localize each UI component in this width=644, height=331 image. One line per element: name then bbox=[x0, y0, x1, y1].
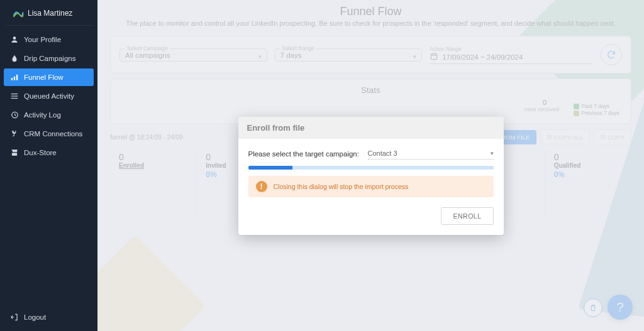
user-icon bbox=[10, 35, 19, 44]
select-value: Contact 3 bbox=[368, 149, 397, 157]
logout-icon bbox=[10, 313, 19, 322]
dialog-title: Enroll from file bbox=[238, 117, 504, 139]
enroll-dialog: Enroll from file Please select the targe… bbox=[238, 117, 504, 235]
warning-banner: ! Closing this dialog will stop the impo… bbox=[248, 176, 494, 197]
dialog-row: Please select the target campaign: Conta… bbox=[248, 148, 494, 160]
list-icon bbox=[10, 92, 19, 100]
warning-icon: ! bbox=[256, 181, 267, 192]
svg-rect-4 bbox=[11, 94, 18, 94]
sidebar-item-store[interactable]: Dux-Store bbox=[4, 144, 94, 161]
dialog-body: Please select the target campaign: Conta… bbox=[238, 139, 504, 200]
sidebar-item-crm[interactable]: CRM Connections bbox=[4, 125, 94, 143]
svg-point-0 bbox=[13, 36, 16, 40]
warning-text: Closing this dialog will stop the import… bbox=[274, 183, 409, 190]
sidebar: Lisa Martinez Your Profile Drip Campaign… bbox=[0, 0, 97, 331]
main: Funnel Flow The place to monitor and con… bbox=[97, 0, 644, 331]
target-campaign-select[interactable]: Contact 3 ▾ bbox=[368, 148, 494, 160]
modal-overlay[interactable]: Enroll from file Please select the targe… bbox=[97, 0, 644, 331]
sidebar-item-label: Activity Log bbox=[24, 111, 61, 119]
chevron-down-icon: ▾ bbox=[491, 150, 494, 156]
progress-bar bbox=[248, 166, 292, 170]
sidebar-item-label: Your Profile bbox=[24, 36, 61, 43]
sidebar-item-funnel[interactable]: Funnel Flow bbox=[4, 68, 94, 86]
drip-icon bbox=[10, 54, 19, 63]
sidebar-item-label: Drip Campaigns bbox=[24, 55, 75, 62]
sidebar-item-logout[interactable]: Logout bbox=[4, 308, 94, 326]
sidebar-item-drip[interactable]: Drip Campaigns bbox=[4, 50, 94, 67]
sidebar-item-label: Logout bbox=[24, 313, 46, 321]
nav: Your Profile Drip Campaigns Funnel Flow … bbox=[0, 27, 97, 166]
svg-rect-6 bbox=[11, 98, 18, 99]
nav-footer: Logout bbox=[0, 305, 97, 331]
enroll-button[interactable]: ENROLL bbox=[441, 207, 493, 225]
dialog-actions: ENROLL bbox=[238, 200, 504, 235]
sidebar-item-activity[interactable]: Activity Log bbox=[4, 106, 94, 124]
history-icon bbox=[10, 111, 19, 119]
sidebar-item-label: Dux-Store bbox=[24, 149, 57, 156]
svg-rect-5 bbox=[11, 95, 18, 96]
user-name: Lisa Martinez bbox=[28, 9, 72, 18]
sidebar-item-label: Queued Activity bbox=[24, 92, 74, 100]
import-progress bbox=[248, 166, 494, 170]
svg-rect-2 bbox=[14, 77, 15, 80]
sidebar-item-label: Funnel Flow bbox=[24, 73, 64, 81]
svg-rect-1 bbox=[11, 78, 13, 80]
svg-rect-3 bbox=[16, 75, 18, 80]
sidebar-item-profile[interactable]: Your Profile bbox=[4, 31, 94, 48]
sidebar-item-queued[interactable]: Queued Activity bbox=[4, 87, 94, 105]
plug-icon bbox=[10, 129, 19, 138]
sidebar-item-label: CRM Connections bbox=[24, 130, 82, 138]
sidebar-header: Lisa Martinez bbox=[5, 0, 92, 26]
app-logo-icon bbox=[13, 8, 24, 19]
dialog-label: Please select the target campaign: bbox=[248, 150, 359, 158]
funnel-icon bbox=[10, 73, 19, 82]
store-icon bbox=[10, 148, 19, 157]
